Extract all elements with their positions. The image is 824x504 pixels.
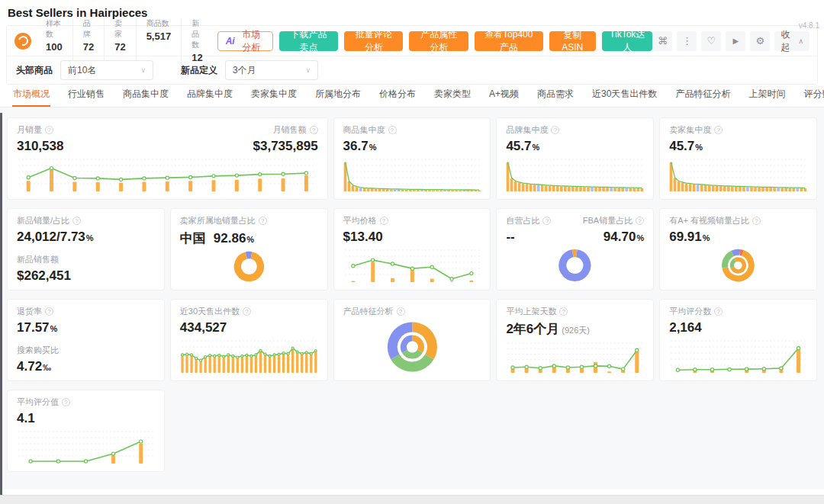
metric-label: 退货率	[17, 306, 42, 317]
metric-value: 中国92.86%	[180, 230, 318, 247]
metric-return-rate: 退货率 17.57%	[17, 306, 155, 335]
tab-A+视频[interactable]: A+视频	[488, 83, 520, 107]
toolbar-button[interactable]: 批量评论分析	[344, 31, 403, 51]
metric-label: FBA销量占比	[583, 215, 632, 226]
monthly-sales-chart	[17, 156, 318, 193]
chevron-down-icon: ∨	[140, 66, 146, 74]
head-products-select[interactable]: 前10名 ∨	[60, 60, 153, 80]
collapse-button[interactable]: 收起 ∧	[774, 31, 810, 51]
help-icon[interactable]	[551, 126, 559, 134]
seller-concentration-chart	[669, 156, 807, 193]
tab-产品特征分析[interactable]: 产品特征分析	[674, 83, 731, 107]
version-label: v4.8.1	[799, 21, 819, 30]
filter-bar: 头部商品 前10名 ∨ 新品定义 3个月 ∨	[7, 56, 817, 84]
tab-近30天售出件数[interactable]: 近30天售出件数	[591, 83, 658, 107]
metric-value: 434,527	[180, 320, 318, 335]
toolbar-button[interactable]: 查看Top400产品	[475, 31, 543, 51]
stat-value: 72	[83, 41, 94, 53]
left-edge-strip	[0, 113, 2, 495]
metric-value: $262,451	[17, 268, 155, 284]
card-brand-concentration: 品牌集中度 45.7%	[496, 117, 654, 200]
metric-value: 45.7%	[506, 139, 644, 154]
metric-label: 产品特征分析	[343, 306, 394, 317]
collapse-label: 收起	[781, 28, 795, 54]
command-icon[interactable]: ⌘	[652, 31, 672, 51]
settings-icon[interactable]: ⚙	[750, 31, 770, 51]
filter-label: 新品定义	[181, 64, 217, 77]
tab-bar: 市场概况行业销售商品集中度品牌集中度卖家集中度所属地分布价格分布卖家类型A+视频…	[0, 85, 824, 108]
summary-stat: 卖家 72	[105, 18, 136, 63]
card-rating-value: 平均评分值 4.1	[7, 390, 165, 472]
help-icon[interactable]	[45, 307, 53, 316]
help-icon[interactable]	[636, 217, 644, 225]
help-icon[interactable]	[752, 217, 761, 225]
tab-市场概况[interactable]: 市场概况	[12, 83, 50, 107]
help-icon[interactable]	[259, 217, 267, 225]
brand-concentration-chart	[506, 156, 644, 193]
metric-value: 2年6个月(926天)	[506, 320, 644, 338]
card-aplus-video: 有A+ 有视频销量占比 69.91%	[659, 208, 817, 291]
help-icon[interactable]	[310, 126, 318, 134]
chevron-up-icon: ∧	[798, 37, 803, 45]
toolbar-button[interactable]: 复制ASIN	[549, 31, 596, 51]
page-title: Best Sellers in Hairpieces	[0, 0, 824, 19]
help-icon[interactable]	[714, 126, 723, 134]
rating-value-chart	[17, 429, 155, 465]
tab-卖家类型[interactable]: 卖家类型	[433, 83, 472, 107]
tab-商品需求[interactable]: 商品需求	[536, 83, 575, 107]
help-icon[interactable]	[243, 307, 251, 316]
metric-label: 自营占比	[506, 215, 539, 226]
tab-卖家集中度[interactable]: 卖家集中度	[250, 83, 298, 107]
select-value: 3个月	[233, 64, 256, 77]
metric-value: 17.57%	[17, 320, 155, 335]
help-icon[interactable]	[559, 307, 568, 316]
stat-label: 新品数	[192, 18, 202, 50]
toolbar-button[interactable]: 产品属性分析	[409, 31, 468, 51]
help-icon[interactable]	[542, 217, 551, 225]
metric-label: 卖家所属地销量占比	[180, 215, 256, 226]
bottom-scroll-area[interactable]	[0, 495, 824, 504]
tab-价格分布[interactable]: 价格分布	[378, 83, 417, 107]
tab-品牌集中度[interactable]: 品牌集中度	[186, 83, 233, 107]
header-panel: 样本数 100 品牌 72 卖家 72 商品数 5,517	[6, 25, 818, 85]
metric-label: 平均评分数	[669, 306, 711, 317]
tab-上架时间[interactable]: 上架时间	[748, 83, 786, 107]
video-tutorial-icon[interactable]: ▶	[726, 31, 745, 51]
card-rating-count: 平均评分数 2,164	[659, 299, 817, 381]
tab-行业销售[interactable]: 行业销售	[67, 83, 105, 107]
metric-label: 月销售额	[273, 124, 307, 136]
help-icon[interactable]	[388, 126, 397, 134]
tab-所属地分布[interactable]: 所属地分布	[314, 83, 362, 107]
help-icon[interactable]	[72, 217, 81, 225]
help-icon[interactable]	[380, 217, 388, 225]
summary-stat: 样本数 100	[36, 18, 73, 63]
ai-button-label: 市场分析	[238, 28, 265, 54]
dashboard-content: 月销量 310,538 月销售额 $3,735,895 商品集中度 36.7% …	[0, 108, 824, 490]
stat-value: 72	[114, 41, 125, 53]
toolbar-icon-group: ⌘ ⋮ ♡ ▶ ⚙	[652, 31, 770, 51]
metric-value: 4.1	[17, 411, 155, 426]
card-sold-30d: 近30天售出件数 434,527	[170, 299, 328, 381]
ai-logo-icon: Ai	[226, 36, 235, 47]
help-icon[interactable]	[714, 307, 723, 316]
help-icon[interactable]	[62, 398, 70, 406]
toolbar-button[interactable]: TikTok达人	[602, 31, 652, 51]
new-product-select[interactable]: 3个月 ∨	[225, 60, 318, 80]
toolbar: 样本数 100 品牌 72 卖家 72 商品数 5,517	[7, 26, 817, 56]
help-icon[interactable]	[45, 126, 53, 134]
new-product-filter: 新品定义 3个月 ∨	[181, 60, 318, 80]
stat-value: 100	[46, 41, 63, 53]
toolbar-button[interactable]: 下载产品卖点	[279, 31, 338, 51]
favorite-icon[interactable]: ♡	[701, 31, 721, 51]
ai-market-analysis-button[interactable]: Ai 市场分析	[217, 31, 273, 51]
metric-label: 新品销售额	[17, 254, 59, 265]
listing-age-chart	[506, 340, 644, 374]
select-value: 前10名	[68, 64, 96, 77]
kebab-menu-icon[interactable]: ⋮	[677, 31, 697, 51]
tab-评分数[interactable]: 评分数	[803, 83, 824, 107]
help-icon[interactable]	[397, 307, 405, 316]
tab-商品集中度[interactable]: 商品集中度	[122, 83, 169, 107]
metric-value: 69.91%	[669, 230, 807, 245]
metric-new-product-revenue: 新品销售额 $262,451	[17, 254, 155, 284]
card-monthly-sales: 月销量 310,538 月销售额 $3,735,895	[7, 117, 328, 200]
